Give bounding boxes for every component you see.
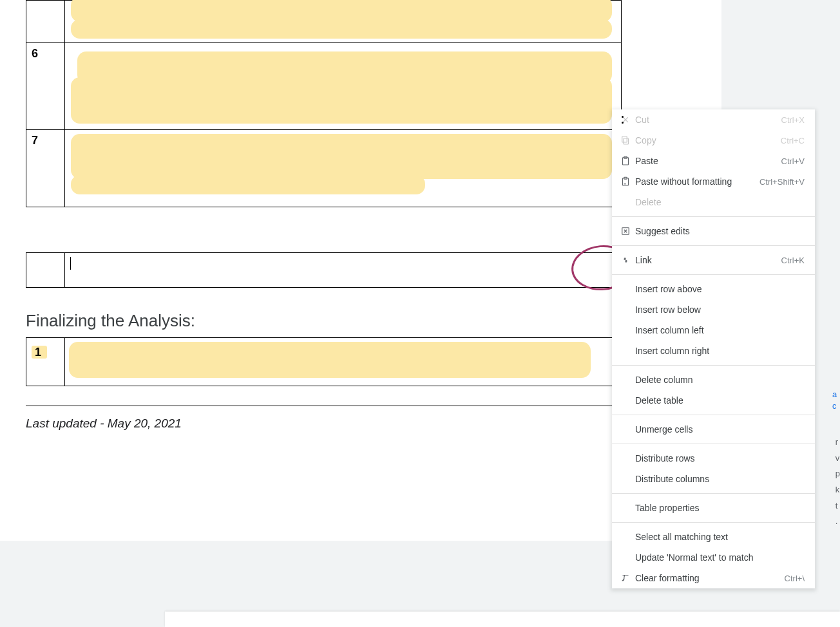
menu-divider <box>612 365 815 366</box>
context-menu: Cut Ctrl+X Copy Ctrl+C Paste Ctrl+V Past… <box>612 109 815 588</box>
menu-divider <box>612 274 815 275</box>
clear-format-icon <box>620 572 635 584</box>
menu-distribute-rows[interactable]: Distribute rows <box>612 448 815 469</box>
table-cell-editing[interactable] <box>65 253 622 288</box>
menu-divider <box>612 245 815 246</box>
svg-point-1 <box>622 122 624 124</box>
svg-point-0 <box>622 116 624 118</box>
table-row-number: 1 <box>26 338 65 386</box>
text-cursor <box>70 257 71 270</box>
menu-copy: Copy Ctrl+C <box>612 130 815 151</box>
table-row-number <box>26 253 65 288</box>
obscured-side-text: rvpkt. <box>835 435 840 530</box>
menu-divider <box>612 493 815 494</box>
section-heading: Finalizing the Analysis: <box>26 311 696 331</box>
clipboard-plain-icon <box>620 176 635 187</box>
suggest-icon <box>620 225 635 237</box>
menu-unmerge-cells[interactable]: Unmerge cells <box>612 419 815 440</box>
svg-rect-2 <box>624 138 629 144</box>
menu-divider <box>612 522 815 523</box>
horizontal-rule <box>26 406 712 406</box>
menu-insert-column-right[interactable]: Insert column right <box>612 341 815 361</box>
menu-divider <box>612 216 815 217</box>
empty-table <box>26 252 622 288</box>
menu-delete: Delete <box>612 192 815 212</box>
table-row-number: 6 <box>26 43 65 130</box>
svg-rect-3 <box>622 136 627 142</box>
copy-icon <box>620 135 635 146</box>
menu-table-properties[interactable]: Table properties <box>612 498 815 518</box>
last-updated-text: Last updated - May 20, 2021 <box>26 416 696 431</box>
table-row-number: 7 <box>26 130 65 207</box>
scissors-icon <box>620 114 635 126</box>
menu-divider <box>612 415 815 415</box>
menu-suggest-edits[interactable]: Suggest edits <box>612 221 815 241</box>
final-table: 1 <box>26 337 622 386</box>
menu-distribute-columns[interactable]: Distribute columns <box>612 469 815 489</box>
clipboard-icon <box>620 155 635 167</box>
menu-clear-formatting[interactable]: Clear formatting Ctrl+\ <box>612 568 815 588</box>
menu-select-matching-text[interactable]: Select all matching text <box>612 527 815 547</box>
table-cell[interactable] <box>65 338 622 386</box>
obscured-link-text: ac <box>832 389 840 412</box>
table-row-number <box>26 1 65 43</box>
menu-divider <box>612 444 815 444</box>
menu-insert-column-left[interactable]: Insert column left <box>612 320 815 341</box>
menu-insert-row-above[interactable]: Insert row above <box>612 279 815 299</box>
page-bottom-strip <box>165 612 840 627</box>
menu-paste-without-formatting[interactable]: Paste without formatting Ctrl+Shift+V <box>612 171 815 192</box>
menu-update-normal-text[interactable]: Update 'Normal text' to match <box>612 547 815 568</box>
menu-delete-table[interactable]: Delete table <box>612 390 815 411</box>
menu-link[interactable]: Link Ctrl+K <box>612 250 815 270</box>
menu-cut: Cut Ctrl+X <box>612 109 815 130</box>
menu-insert-row-below[interactable]: Insert row below <box>612 299 815 320</box>
link-icon <box>620 254 635 266</box>
menu-paste[interactable]: Paste Ctrl+V <box>612 151 815 171</box>
menu-delete-column[interactable]: Delete column <box>612 370 815 390</box>
